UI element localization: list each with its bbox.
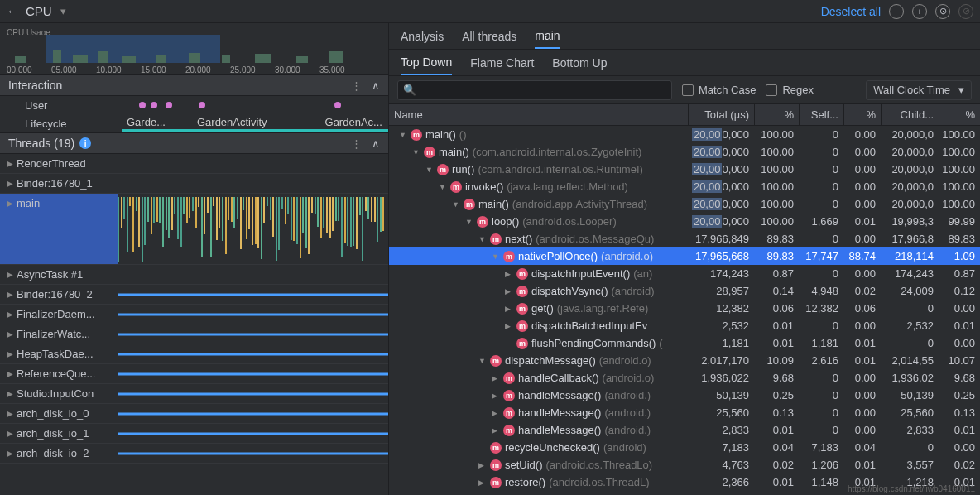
tree-caret-icon[interactable]: ▼ [412,148,420,156]
tree-row[interactable]: ▼m main() ()20,000,000100.0000.0020,000,… [389,126,980,143]
thread-item[interactable]: ▶arch_disk_io_2 [0,444,388,464]
time-mode-dropdown[interactable]: Wall Clock Time ▾ [866,80,972,100]
thread-caret-icon[interactable]: ▶ [7,199,13,208]
thread-caret-icon[interactable]: ▶ [7,449,13,458]
header-name[interactable]: Name [389,108,688,121]
user-event-dot[interactable] [139,102,146,108]
tree-caret-icon[interactable]: ▶ [492,409,500,417]
header-self-pct[interactable]: % [843,104,881,125]
tree-caret-icon[interactable]: ▶ [505,305,513,313]
zoom-out-button[interactable]: − [889,4,904,19]
tree-caret-icon[interactable]: ▼ [399,131,407,139]
collapse-icon[interactable]: ∧ [372,79,380,92]
tree-caret-icon[interactable]: ▼ [478,235,487,243]
tab-flame-chart[interactable]: Flame Chart [470,50,534,75]
thread-item[interactable]: ▶HeapTaskDae... [0,344,388,364]
tree-row[interactable]: ▼m next() (android.os.MessageQu)17,966,8… [389,230,980,248]
zoom-reset-button[interactable]: ⊙ [935,4,950,19]
more-icon[interactable]: ⋮ [351,137,363,150]
thread-track[interactable] [118,194,388,264]
tree-caret-icon[interactable]: ▼ [478,357,487,365]
tree-row[interactable]: ▼m main() (com.android.internal.os.Zygot… [389,143,980,161]
tree-row[interactable]: ▶m dispatchInputEvent() (an)174,2430.870… [389,265,980,282]
thread-item[interactable]: ▶main [0,194,388,265]
thread-caret-icon[interactable]: ▶ [7,369,13,378]
thread-item[interactable]: ▶FinalizerWatc... [0,324,388,344]
tree-caret-icon[interactable]: ▶ [492,426,500,435]
tree-row[interactable]: ▼m main() (android.app.ActivityThread)20… [389,195,980,213]
thread-caret-icon[interactable]: ▶ [7,429,13,438]
tree-row[interactable]: ▶m handleMessage() (android.)50,1390.250… [389,387,980,404]
tree-row[interactable]: ▶m dispatchBatchedInputEv 2,5320.0100.00… [389,317,980,334]
thread-caret-icon[interactable]: ▶ [7,329,13,339]
user-event-dot[interactable] [334,102,341,108]
thread-caret-icon[interactable]: ▶ [7,270,13,279]
thread-caret-icon[interactable]: ▶ [7,389,13,398]
info-icon[interactable]: i [79,137,91,149]
thread-caret-icon[interactable]: ▶ [7,159,13,168]
thread-caret-icon[interactable]: ▶ [7,349,13,358]
thread-item[interactable]: ▶Studio:InputCon [0,384,388,404]
cpu-usage-chart[interactable]: CPU Usage 00.000 [0,23,388,74]
tree-row[interactable]: ▼m dispatchMessage() (android.o)2,017,17… [389,352,980,369]
tab-bottom-up[interactable]: Bottom Up [552,50,607,75]
thread-caret-icon[interactable]: ▶ [7,310,13,319]
checkbox-icon[interactable] [682,84,694,96]
tree-caret-icon[interactable]: ▼ [439,183,447,191]
checkbox-icon[interactable] [766,84,777,96]
header-self[interactable]: Self... [799,104,843,125]
tree-row[interactable]: ▼m loop() (android.os.Looper)20,000,0001… [389,213,980,230]
more-icon[interactable]: ⋮ [351,79,363,92]
thread-item[interactable]: ▶AsyncTask #1 [0,265,388,285]
header-total[interactable]: Total (µs) [688,104,754,125]
tree-caret-icon[interactable]: ▶ [505,287,513,296]
tree-row[interactable]: ▶m handleMessage() (android.)2,8330.0100… [389,421,980,439]
header-total-pct[interactable]: % [754,104,799,125]
tree-caret-icon[interactable]: ▼ [465,218,473,226]
tree-row[interactable]: m recycleUnchecked() (android)7,1830.047… [389,439,980,456]
thread-item[interactable]: ▶ReferenceQue... [0,364,388,384]
tab-all-threads[interactable]: All threads [462,23,516,49]
tree-row[interactable]: ▶m handleMessage() (android.)25,5600.130… [389,404,980,421]
thread-item[interactable]: ▶FinalizerDaem... [0,305,388,324]
chevron-down-icon[interactable]: ▾ [60,5,66,17]
tree-caret-icon[interactable]: ▼ [425,166,434,174]
header-children-pct[interactable]: % [939,104,980,125]
tree-caret-icon[interactable]: ▶ [492,374,500,382]
user-event-dot[interactable] [199,102,205,108]
tree-row[interactable]: ▼m nativePollOnce() (android.o)17,965,66… [389,248,980,265]
search-input[interactable]: 🔍 [397,80,672,100]
back-icon[interactable]: ← [7,5,17,17]
thread-caret-icon[interactable]: ▶ [7,290,13,299]
user-event-dot[interactable] [166,102,172,108]
tree-row[interactable]: ▶m handleCallback() (android.o)1,936,022… [389,369,980,387]
tab-main[interactable]: main [535,23,560,49]
cpu-dropdown-label[interactable]: CPU [26,4,52,18]
zoom-in-button[interactable]: + [912,4,927,19]
tree-caret-icon[interactable]: ▶ [492,392,500,400]
tree-row[interactable]: ▶m dispatchVsync() (android)28,9570.144,… [389,282,980,300]
tree-caret-icon[interactable]: ▶ [478,461,487,469]
regex-option[interactable]: Regex [766,84,814,96]
tree-caret-icon[interactable]: ▶ [478,478,487,487]
collapse-icon[interactable]: ∧ [372,137,380,150]
user-event-dot[interactable] [151,102,157,108]
match-case-option[interactable]: Match Case [682,84,756,96]
header-children[interactable]: Child... [881,104,939,125]
tree-caret-icon[interactable]: ▶ [505,322,513,330]
tab-top-down[interactable]: Top Down [401,50,452,75]
thread-item[interactable]: ▶arch_disk_io_1 [0,424,388,444]
deselect-all-button[interactable]: Deselect all [821,5,881,18]
thread-item[interactable]: ▶RenderThread [0,154,388,174]
thread-item[interactable]: ▶Binder:16780_2 [0,285,388,305]
tree-row[interactable]: ▼m invoke() (java.lang.reflect.Method)20… [389,178,980,195]
tree-row[interactable]: m flushPendingCommands() (1,1810.011,181… [389,334,980,352]
thread-item[interactable]: ▶Binder:16780_1 [0,174,388,194]
tree-caret-icon[interactable]: ▼ [492,252,500,261]
tree-row[interactable]: ▶m setUid() (android.os.ThreadLo)4,7630.… [389,456,980,473]
tree-caret-icon[interactable]: ▼ [452,200,460,209]
tab-analysis[interactable]: Analysis [401,23,444,49]
tree-row[interactable]: ▶m get() (java.lang.ref.Refe)12,3820.061… [389,300,980,317]
thread-item[interactable]: ▶arch_disk_io_0 [0,404,388,424]
thread-caret-icon[interactable]: ▶ [7,409,13,418]
